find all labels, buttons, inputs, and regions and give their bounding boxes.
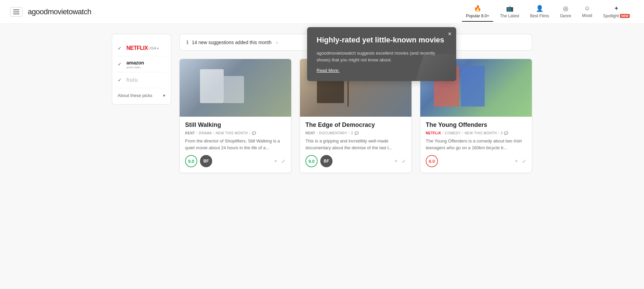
- card-tag-2: NEW THIS MONTH: [465, 131, 497, 135]
- card-genre-1: DOCUMENTARY: [319, 131, 347, 135]
- genre-icon: ◎: [563, 5, 568, 12]
- main-nav: 🔥 Popular 8.0+ 📺 The Latest 👤 Best Films…: [462, 2, 634, 22]
- card-desc-0: From the director of Shoplifters, Still …: [185, 138, 286, 151]
- about-picks-arrow: ▾: [163, 93, 165, 98]
- header: agoodmovietowatch 🔥 Popular 8.0+ 📺 The L…: [0, 0, 644, 24]
- card-comments-1: 2: [351, 131, 353, 135]
- card-actions-0: + ✓: [274, 158, 286, 165]
- fire-icon: 🔥: [474, 5, 481, 12]
- bf-badge-1: BF: [320, 155, 333, 167]
- nav-latest[interactable]: 📺 The Latest: [496, 2, 523, 22]
- card-footer-2: 8.0 + ✓: [426, 155, 526, 167]
- comment-icon-1: 💬: [355, 131, 359, 135]
- card-meta-0: RENT / DRAMA / NEW THIS MONTH / 💬: [185, 131, 286, 135]
- card-meta-2: NETFLIX / COMEDY / NEW THIS MONTH / 3 💬: [426, 131, 526, 135]
- nav-best-films-label: Best Films: [530, 14, 549, 18]
- amazon-check-icon: ✓: [118, 61, 123, 67]
- sidebar-netflix[interactable]: ✓ NETFLIX USA ▾: [118, 40, 165, 56]
- card-body-2: The Young Offenders NETFLIX / COMEDY / N…: [420, 117, 532, 173]
- card-body-1: The Edge of Democracy RENT / DOCUMENTARY…: [300, 117, 411, 173]
- card-tag-0: NEW THIS MONTH: [216, 131, 248, 135]
- banner-info-icon: ℹ: [186, 39, 188, 45]
- netflix-logo: NETFLIX USA ▾: [126, 44, 159, 52]
- card-platform-0: RENT: [185, 131, 195, 135]
- about-picks-label: About these picks: [118, 93, 153, 98]
- info-tooltip: × Highly-rated yet little-known movies a…: [307, 27, 456, 81]
- card-title-1: The Edge of Democracy: [305, 121, 406, 129]
- card-check-button-2[interactable]: ✓: [522, 158, 526, 165]
- movie-card-0: Still Walking RENT / DRAMA / NEW THIS MO…: [179, 59, 291, 173]
- nav-best-films[interactable]: 👤 Best Films: [526, 2, 553, 22]
- card-footer-1: 9.0 BF + ✓: [305, 155, 406, 167]
- card-genre-0: DRAMA: [199, 131, 212, 135]
- card-actions-1: + ✓: [395, 158, 406, 165]
- bf-badge-0: BF: [200, 155, 212, 167]
- hulu-check-icon: ✓: [118, 77, 123, 83]
- tv-icon: 📺: [506, 5, 514, 12]
- mood-icon: ☺: [584, 5, 590, 12]
- card-platform-1: RENT: [305, 131, 315, 135]
- nav-spotlight[interactable]: ✦ SpotlightNEW: [599, 2, 634, 22]
- person-icon: 👤: [536, 5, 543, 12]
- card-title-0: Still Walking: [185, 121, 286, 129]
- nav-popular-label: Popular 8.0+: [466, 14, 489, 18]
- sidebar: ✓ NETFLIX USA ▾ ✓ amazon prime video: [112, 34, 171, 173]
- netflix-check-icon: ✓: [118, 45, 123, 51]
- new-badge: NEW: [620, 14, 630, 18]
- comment-icon-0: 💬: [252, 131, 256, 135]
- site-logo[interactable]: agoodmovietowatch: [28, 7, 91, 16]
- info-close-button[interactable]: ×: [448, 31, 451, 38]
- card-check-button-1[interactable]: ✓: [402, 158, 406, 165]
- nav-genre[interactable]: ◎ Genre: [556, 2, 575, 22]
- banner-text: 14 new suggestions added this month: [192, 40, 271, 45]
- sidebar-hulu[interactable]: ✓ hulu: [118, 72, 165, 88]
- card-desc-1: This is a gripping and incredibly well-m…: [305, 138, 406, 151]
- score-badge-0: 9.0: [185, 155, 197, 167]
- nav-genre-label: Genre: [560, 14, 571, 18]
- nav-latest-label: The Latest: [500, 14, 519, 18]
- hamburger-menu-button[interactable]: [10, 7, 22, 17]
- card-comments-2: 3: [501, 131, 503, 135]
- nav-spotlight-label: SpotlightNEW: [603, 14, 630, 18]
- score-group-2: 8.0: [426, 155, 438, 167]
- card-add-button-2[interactable]: +: [515, 158, 518, 164]
- spotlight-icon: ✦: [614, 5, 619, 12]
- card-platform-2: NETFLIX: [426, 131, 441, 135]
- about-picks-button[interactable]: About these picks ▾: [118, 88, 165, 98]
- card-body-0: Still Walking RENT / DRAMA / NEW THIS MO…: [180, 117, 291, 173]
- nav-mood-label: Mood: [582, 13, 592, 18]
- card-title-2: The Young Offenders: [426, 121, 526, 129]
- card-add-button-1[interactable]: +: [395, 158, 398, 164]
- score-group-1: 9.0 BF: [305, 155, 333, 167]
- card-meta-1: RENT / DOCUMENTARY / 2 💬: [305, 131, 406, 135]
- amazon-logo: amazon prime video: [126, 60, 144, 68]
- header-left: agoodmovietowatch: [10, 7, 91, 17]
- card-footer-0: 9.0 BF + ✓: [185, 155, 286, 167]
- services-card: ✓ NETFLIX USA ▾ ✓ amazon prime video: [112, 34, 171, 104]
- card-actions-2: + ✓: [515, 158, 526, 165]
- card-add-button-0[interactable]: +: [274, 158, 277, 164]
- card-check-button-0[interactable]: ✓: [281, 158, 286, 165]
- hulu-logo: hulu: [126, 76, 138, 84]
- score-group-0: 9.0 BF: [185, 155, 212, 167]
- score-badge-1: 9.0: [305, 155, 318, 167]
- banner-arrow: ›: [276, 40, 278, 45]
- card-image-0: [180, 59, 291, 117]
- card-desc-2: The Young Offenders is a comedy about tw…: [426, 138, 526, 151]
- sidebar-amazon[interactable]: ✓ amazon prime video: [118, 56, 165, 72]
- comment-icon-2: 💬: [504, 131, 508, 135]
- logo-text: agoodmovietowatch: [28, 7, 91, 16]
- score-badge-2: 8.0: [426, 155, 438, 167]
- info-title: Highly-rated yet little-known movies: [317, 35, 447, 45]
- nav-popular[interactable]: 🔥 Popular 8.0+: [462, 2, 493, 22]
- card-genre-2: COMEDY: [445, 131, 461, 135]
- nav-mood[interactable]: ☺ Mood: [578, 2, 596, 21]
